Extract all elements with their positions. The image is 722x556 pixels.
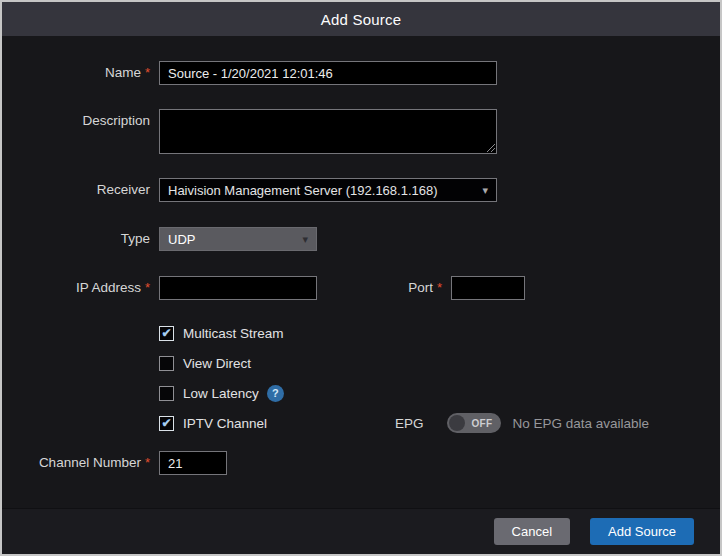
receiver-label: Receiver bbox=[10, 178, 150, 202]
toggle-knob-icon bbox=[449, 415, 465, 431]
epg-toggle-state: OFF bbox=[472, 418, 493, 429]
epg-toggle[interactable]: OFF bbox=[447, 413, 501, 433]
channel-number-row: Channel Number* bbox=[10, 451, 712, 475]
checkbox-icon[interactable]: ✔ bbox=[159, 326, 174, 341]
epg-group: EPG OFF No EPG data available bbox=[395, 413, 649, 433]
checkbox-icon[interactable]: ✔ bbox=[159, 386, 174, 401]
help-icon[interactable]: ? bbox=[267, 385, 284, 402]
name-input[interactable] bbox=[159, 61, 497, 85]
name-row: Name* bbox=[10, 61, 712, 85]
required-asterisk: * bbox=[145, 455, 150, 470]
checkbox-icon[interactable]: ✔ bbox=[159, 416, 174, 431]
caret-down-icon: ▾ bbox=[302, 234, 308, 245]
checkbox-label-low-latency: Low Latency bbox=[183, 386, 259, 401]
receiver-dropdown[interactable]: Haivision Management Server (192.168.1.1… bbox=[159, 178, 497, 202]
channel-number-label: Channel Number* bbox=[10, 451, 150, 475]
checkbox-row-multicast-stream[interactable]: ✔ Multicast Stream bbox=[159, 324, 712, 342]
type-row: Type UDP ▾ bbox=[10, 227, 712, 251]
description-row: Description bbox=[10, 109, 712, 154]
required-asterisk: * bbox=[145, 65, 150, 80]
checkbox-row-view-direct[interactable]: ✔ View Direct bbox=[159, 354, 712, 372]
name-label: Name* bbox=[10, 61, 150, 85]
checkbox-row-iptv-channel[interactable]: ✔ IPTV Channel EPG OFF No EPG data avail… bbox=[159, 414, 712, 432]
required-asterisk: * bbox=[145, 280, 150, 295]
check-icon: ✔ bbox=[161, 327, 171, 339]
receiver-dropdown-value: Haivision Management Server (192.168.1.1… bbox=[168, 183, 438, 198]
port-input[interactable] bbox=[451, 276, 525, 300]
checkbox-group: ✔ Multicast Stream ✔ View Direct ✔ Low L… bbox=[159, 324, 712, 432]
type-label: Type bbox=[10, 227, 150, 251]
check-icon: ✔ bbox=[161, 417, 171, 429]
required-asterisk: * bbox=[437, 280, 442, 295]
dialog-titlebar: Add Source bbox=[2, 2, 720, 36]
checkbox-label-multicast-stream: Multicast Stream bbox=[183, 326, 284, 341]
epg-label: EPG bbox=[395, 416, 424, 431]
port-label: Port* bbox=[317, 276, 442, 300]
dialog-footer: Cancel Add Source bbox=[2, 508, 720, 554]
epg-status-text: No EPG data available bbox=[513, 416, 650, 431]
type-dropdown[interactable]: UDP ▾ bbox=[159, 227, 317, 251]
cancel-button[interactable]: Cancel bbox=[494, 518, 570, 545]
description-textarea[interactable] bbox=[159, 109, 497, 154]
ip-address-label: IP Address* bbox=[10, 276, 150, 300]
checkbox-icon[interactable]: ✔ bbox=[159, 356, 174, 371]
description-textarea-wrap bbox=[159, 109, 497, 154]
dialog-body: Name* Description Receiver Haivision Man… bbox=[2, 36, 720, 508]
ip-port-row: IP Address* Port* bbox=[10, 276, 712, 300]
add-source-dialog: Add Source Name* Description Receiver Ha… bbox=[0, 0, 722, 556]
checkbox-label-iptv-channel: IPTV Channel bbox=[183, 416, 267, 431]
checkbox-label-view-direct: View Direct bbox=[183, 356, 251, 371]
caret-down-icon: ▾ bbox=[482, 185, 488, 196]
ip-address-input[interactable] bbox=[159, 276, 317, 300]
checkbox-row-low-latency[interactable]: ✔ Low Latency ? bbox=[159, 384, 712, 402]
channel-number-input[interactable] bbox=[159, 451, 227, 475]
receiver-row: Receiver Haivision Management Server (19… bbox=[10, 178, 712, 202]
description-label: Description bbox=[10, 109, 150, 133]
dialog-title: Add Source bbox=[321, 11, 401, 28]
add-source-button[interactable]: Add Source bbox=[590, 518, 694, 545]
type-dropdown-value: UDP bbox=[168, 232, 195, 247]
